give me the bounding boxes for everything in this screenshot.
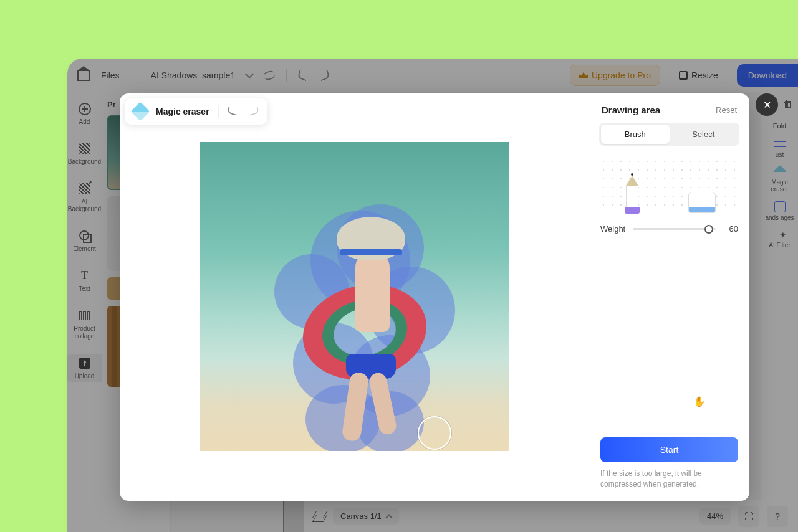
slider-thumb-icon[interactable] <box>704 225 713 234</box>
pencil-base-icon <box>625 207 640 214</box>
hand-cursor-icon: ✋ <box>693 396 706 407</box>
weight-control: Weight 60 <box>589 213 749 234</box>
footer-note: If the size is too large, it will be com… <box>600 468 738 490</box>
start-button[interactable]: Start <box>600 437 738 462</box>
pencil-body-icon <box>626 186 638 208</box>
undo-icon[interactable] <box>228 107 239 116</box>
modal-canvas-pane: Magic eraser <box>120 93 589 501</box>
pencil-tool[interactable] <box>623 176 642 213</box>
weight-label: Weight <box>600 224 625 234</box>
editing-canvas[interactable] <box>200 142 509 451</box>
eraser-icon <box>130 102 150 121</box>
mode-segmented-control: Brush Select <box>599 123 739 146</box>
tool-picker <box>599 157 739 213</box>
eraser-tool[interactable] <box>688 192 716 213</box>
tool-chip: Magic eraser <box>125 98 267 125</box>
close-button[interactable]: ✕ <box>756 93 778 116</box>
weight-value: 60 <box>723 224 738 234</box>
tab-select[interactable]: Select <box>670 125 738 144</box>
weight-slider[interactable] <box>633 228 716 230</box>
magic-eraser-modal: Magic eraser Drawing area Reset <box>120 93 749 501</box>
separator <box>218 105 219 118</box>
modal-settings-pane: Drawing area Reset Brush Select Weight 6… <box>589 93 749 501</box>
tool-title: Magic eraser <box>156 107 209 116</box>
reset-button[interactable]: Reset <box>716 105 737 115</box>
redo-icon[interactable] <box>248 107 259 116</box>
brush-cursor-icon <box>418 416 451 450</box>
tab-brush[interactable]: Brush <box>601 125 670 144</box>
drawing-area-title: Drawing area <box>602 105 660 115</box>
pencil-tip-icon <box>626 176 638 186</box>
subject-body <box>355 251 390 332</box>
subject-hat <box>337 217 405 260</box>
